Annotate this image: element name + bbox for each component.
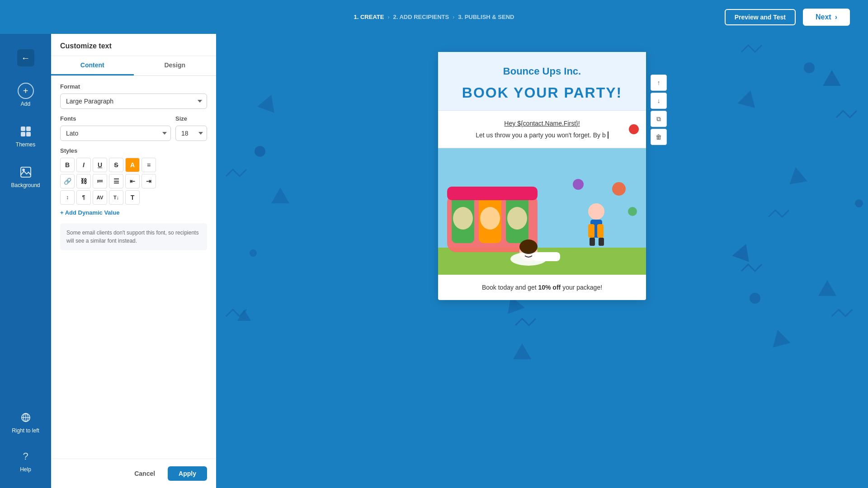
text-cursor <box>608 131 609 139</box>
panel-body: Format Large Paragraph Small Paragraph H… <box>51 76 216 459</box>
step-chevron-2: › <box>453 14 454 20</box>
styles-row-3: ↕ ¶ AV T↓ T <box>60 190 207 205</box>
sidebar-rtl-label: Right to left <box>12 427 39 434</box>
move-down-button[interactable]: ↓ <box>651 93 667 109</box>
tab-content[interactable]: Content <box>51 56 134 75</box>
step-chevron-1: › <box>387 14 389 20</box>
tab-design[interactable]: Design <box>134 56 217 75</box>
move-up-button[interactable]: ↑ <box>651 75 667 91</box>
svg-rect-26 <box>21 132 25 136</box>
panel-title: Customize text <box>51 34 216 56</box>
font-notice: Some email clients don't support this fo… <box>60 223 207 250</box>
svg-point-56 <box>612 182 626 196</box>
sidebar-help-label: Help <box>20 466 31 473</box>
ordered-list-button[interactable]: ≔ <box>93 174 107 188</box>
format-label: Format <box>60 83 207 90</box>
sidebar-item-add[interactable]: + Add <box>0 76 51 113</box>
svg-point-42 <box>480 207 500 230</box>
footer-text-end: your package! <box>562 284 602 291</box>
sidebar-item-rtl[interactable]: Right to left <box>0 403 51 440</box>
superscript-button[interactable]: AV <box>93 190 107 205</box>
line-height-button[interactable]: ↕ <box>60 190 75 205</box>
themes-icon <box>18 123 34 140</box>
svg-point-53 <box>519 239 538 254</box>
company-name: Bounce Ups Inc. <box>447 66 637 77</box>
panel-tabs: Content Design <box>51 56 216 76</box>
body-text: Let us throw you a party you won't forge… <box>476 131 606 139</box>
sidebar-background-label: Background <box>11 182 40 188</box>
font-select[interactable]: Lato Arial Times New Roman <box>60 126 171 141</box>
styles-label: Styles <box>60 147 207 154</box>
step-create: 1. CREATE <box>354 14 384 20</box>
footer-text-start: Book today and get <box>482 284 538 291</box>
svg-rect-40 <box>447 187 538 200</box>
email-greeting: Hey ${contact.Name.First}! <box>452 120 632 127</box>
sidebar-item-themes[interactable]: Themes <box>0 117 51 154</box>
sidebar-item-help[interactable]: ? Help <box>0 442 51 479</box>
duplicate-button[interactable]: ⧉ <box>651 111 667 127</box>
svg-rect-28 <box>21 167 31 177</box>
italic-button[interactable]: I <box>76 158 91 172</box>
footer-discount: 10% off <box>538 284 561 291</box>
indent-left-button[interactable]: ⇤ <box>125 174 140 188</box>
email-headline: BOOK YOUR PARTY! <box>447 84 637 101</box>
clear-button[interactable]: T <box>125 190 140 205</box>
rtl-icon <box>18 409 34 426</box>
underline-button[interactable]: U <box>93 158 107 172</box>
delete-button[interactable]: 🗑 <box>651 129 667 145</box>
email-image <box>438 148 646 275</box>
next-button[interactable]: Next › <box>803 9 850 26</box>
strikethrough-button[interactable]: S <box>109 158 123 172</box>
link-button[interactable]: 🔗 <box>60 174 75 188</box>
next-label: Next <box>816 13 831 21</box>
svg-rect-25 <box>26 127 31 131</box>
back-button[interactable]: ← <box>0 43 51 73</box>
email-footer: Book today and get 10% off your package! <box>438 275 646 300</box>
unlink-button[interactable]: ⛓ <box>76 174 91 188</box>
step-publish: 3. PUBLISH & SEND <box>458 14 514 20</box>
svg-rect-49 <box>599 238 604 246</box>
sidebar-item-background[interactable]: Background <box>0 158 51 195</box>
top-bar-actions: Preview and Test Next › <box>725 9 850 26</box>
svg-point-54 <box>525 252 527 253</box>
subscript-button[interactable]: T↓ <box>109 190 123 205</box>
unordered-list-button[interactable]: ☰ <box>109 174 123 188</box>
email-body-line: Let us throw you a party you won't forge… <box>452 131 632 139</box>
text-direction-button[interactable]: ¶ <box>76 190 91 205</box>
back-arrow-icon: ← <box>17 49 34 66</box>
format-select[interactable]: Large Paragraph Small Paragraph Heading … <box>60 94 207 109</box>
fonts-label: Fonts <box>60 115 171 122</box>
add-dynamic-value[interactable]: + Add Dynamic Value <box>60 209 207 216</box>
svg-rect-27 <box>26 132 31 136</box>
size-select[interactable]: 18 12 14 16 20 24 <box>175 126 207 141</box>
svg-point-58 <box>573 179 584 190</box>
svg-point-52 <box>510 252 547 266</box>
add-dynamic-label: + Add Dynamic Value <box>60 209 119 216</box>
email-body[interactable]: Hey ${contact.Name.First}! Let us throw … <box>438 111 646 148</box>
preview-test-button[interactable]: Preview and Test <box>725 9 796 25</box>
size-section: Size 18 12 14 16 20 24 <box>175 115 207 141</box>
step-recipients: 2. ADD RECIPIENTS <box>393 14 449 20</box>
apply-button[interactable]: Apply <box>168 466 207 481</box>
indent-right-button[interactable]: ⇥ <box>142 174 156 188</box>
cancel-button[interactable]: Cancel <box>127 466 162 481</box>
help-icon: ? <box>18 448 34 465</box>
customize-panel: Customize text Content Design Format Lar… <box>51 34 216 488</box>
highlight-button[interactable]: A <box>125 158 140 172</box>
sidebar-add-label: Add <box>21 101 30 107</box>
side-toolbar: ↑ ↓ ⧉ 🗑 <box>651 75 667 145</box>
left-sidebar: ← + Add Themes Background <box>0 34 51 488</box>
bold-button[interactable]: B <box>60 158 75 172</box>
top-bar: 1. CREATE › 2. ADD RECIPIENTS › 3. PUBLI… <box>0 0 868 34</box>
svg-rect-48 <box>590 238 595 246</box>
email-card: ↑ ↓ ⧉ 🗑 Bounce Ups Inc. BOOK YOUR PARTY!… <box>438 52 646 300</box>
svg-point-29 <box>22 169 25 171</box>
greeting-underlined: Hey ${contact.Name.First}! <box>504 120 580 127</box>
svg-rect-24 <box>21 127 25 131</box>
size-label: Size <box>175 115 207 122</box>
svg-rect-46 <box>588 224 594 238</box>
align-button[interactable]: ≡ <box>142 158 156 172</box>
panel-footer: Cancel Apply <box>51 459 216 488</box>
add-icon: + <box>18 83 34 99</box>
svg-point-55 <box>530 252 532 253</box>
